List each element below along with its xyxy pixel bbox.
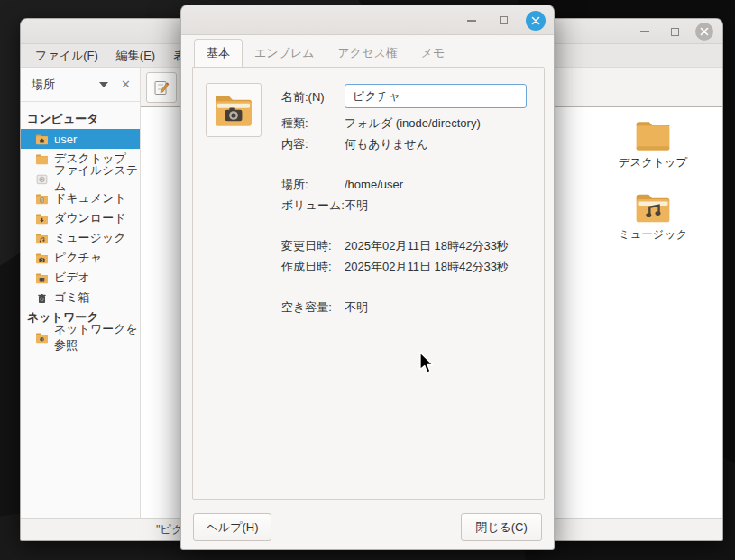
sidebar-item-label: ゴミ箱 bbox=[54, 289, 90, 306]
dialog-tabs: 基本エンブレムアクセス権メモ bbox=[194, 41, 456, 68]
modified-value: 2025年02月11日 18時42分33秒 bbox=[345, 235, 509, 256]
sidebar-item-label: ネットワークを参照 bbox=[54, 321, 140, 353]
maximize-icon bbox=[500, 16, 508, 24]
close-icon bbox=[531, 16, 540, 25]
free-space-label: 空き容量: bbox=[281, 297, 345, 317]
help-button[interactable]: ヘルプ(H) bbox=[193, 513, 271, 541]
volume-label: ボリューム: bbox=[281, 195, 345, 216]
type-label: 種類: bbox=[281, 113, 345, 133]
close-icon bbox=[700, 27, 709, 36]
free-space-value: 不明 bbox=[345, 297, 368, 317]
path-edit-button[interactable] bbox=[146, 72, 177, 103]
sidebar-item-videos[interactable]: ビデオ bbox=[21, 268, 140, 288]
tab-permissions[interactable]: アクセス権 bbox=[326, 40, 409, 68]
property-row-modified: 変更日時:2025年02月11日 18時42分33秒 bbox=[281, 235, 538, 256]
sidebar-item-music[interactable]: ミュージック bbox=[21, 228, 140, 248]
created-label: 作成日時: bbox=[281, 256, 345, 277]
tab-notes[interactable]: メモ bbox=[409, 40, 457, 68]
file-icon-desktop[interactable]: デスクトップ bbox=[612, 118, 694, 170]
downloads-folder-icon bbox=[35, 213, 49, 225]
volume-value: 不明 bbox=[345, 195, 368, 216]
dialog-minimize-button[interactable] bbox=[463, 12, 481, 30]
pencil-icon bbox=[152, 78, 170, 96]
location-value: /home/user bbox=[345, 174, 403, 195]
name-input[interactable] bbox=[345, 84, 527, 108]
property-row-free-space: 空き容量:不明 bbox=[281, 297, 538, 317]
chevron-down-icon[interactable] bbox=[99, 82, 108, 87]
dialog-folder-icon bbox=[206, 83, 262, 137]
places-header-label: 場所 bbox=[32, 77, 99, 93]
music-folder-icon bbox=[35, 233, 49, 244]
mouse-cursor bbox=[418, 352, 436, 376]
minimize-icon bbox=[640, 31, 649, 32]
sidebar-item-filesystem[interactable]: ファイルシステム bbox=[21, 169, 140, 188]
menu-edit[interactable]: 編集(E) bbox=[107, 45, 164, 67]
sidebar-item-trash[interactable]: ゴミ箱 bbox=[21, 288, 140, 308]
created-value: 2025年02月11日 18時42分33秒 bbox=[345, 256, 509, 277]
sidebar-item-label: ビデオ bbox=[54, 270, 90, 286]
property-group: 空き容量:不明 bbox=[281, 297, 538, 317]
fm-close-button[interactable] bbox=[695, 23, 713, 41]
property-row-location: 場所:/home/user bbox=[281, 174, 538, 195]
sidebar-item-label: user bbox=[54, 133, 77, 146]
drive-icon bbox=[35, 173, 49, 185]
fm-minimize-button[interactable] bbox=[636, 23, 654, 41]
dialog-maximize-button[interactable] bbox=[494, 12, 512, 30]
type-value: フォルダ (inode/directory) bbox=[345, 113, 481, 133]
trash-icon bbox=[35, 292, 49, 304]
basic-tab-panel: 名前:(N) 種類:フォルダ (inode/directory)内容:何もありま… bbox=[192, 67, 545, 500]
documents-folder-icon bbox=[35, 193, 49, 205]
menu-file[interactable]: ファイル(F) bbox=[26, 45, 107, 67]
sidebar-item-label: ドキュメント bbox=[54, 190, 126, 207]
sidebar-item-label: ダウンロード bbox=[54, 210, 126, 226]
contents-label: 内容: bbox=[281, 133, 345, 154]
folder-icon bbox=[35, 153, 49, 165]
sidebar-item-pictures[interactable]: ピクチャ bbox=[21, 248, 140, 268]
home-folder-icon bbox=[35, 133, 49, 145]
file-manager-sidebar: 場所 ✕ コンピュータuserデスクトップファイルシステムドキュメントダウンロー… bbox=[21, 68, 141, 518]
property-group: 場所:/home/userボリューム:不明 bbox=[281, 174, 538, 216]
contents-value: 何もありません bbox=[345, 133, 428, 154]
status-text: "ピク bbox=[156, 522, 183, 537]
sidebar-section-label: コンピュータ bbox=[27, 111, 99, 127]
sidebar-section-computer[interactable]: コンピュータ bbox=[21, 109, 140, 129]
desktop-background: ファイル(F)編集(E)表示(V) 場所 ✕ コンピュータuserデスクトップフ… bbox=[0, 0, 735, 560]
videos-folder-icon bbox=[35, 272, 49, 284]
properties-list: 種類:フォルダ (inode/directory)内容:何もありません場所:/h… bbox=[281, 113, 538, 337]
sidebar-item-label: ピクチャ bbox=[54, 250, 102, 266]
property-group: 種類:フォルダ (inode/directory)内容:何もありません bbox=[281, 113, 538, 154]
property-row-created: 作成日時:2025年02月11日 18時42分33秒 bbox=[281, 256, 538, 277]
folder-plain-icon bbox=[634, 118, 672, 152]
minimize-icon bbox=[467, 20, 476, 22]
file-label: ミュージック bbox=[619, 227, 687, 243]
dialog-titlebar[interactable] bbox=[181, 5, 554, 35]
sidebar-item-user[interactable]: user bbox=[21, 129, 140, 149]
network-folder-icon bbox=[35, 332, 49, 344]
location-label: 場所: bbox=[281, 174, 345, 195]
close-button[interactable]: 閉じる(C) bbox=[461, 513, 542, 541]
places-header-row: 場所 ✕ bbox=[21, 68, 140, 102]
property-group: 変更日時:2025年02月11日 18時42分33秒作成日時:2025年02月1… bbox=[281, 235, 538, 277]
pictures-folder-open-icon bbox=[213, 92, 254, 128]
properties-dialog: 基本エンブレムアクセス権メモ 名前:(N) 種類:フォルダ (inode/dir… bbox=[180, 5, 555, 550]
property-row-volume: ボリューム:不明 bbox=[281, 195, 538, 216]
file-label: デスクトップ bbox=[619, 155, 688, 170]
sidebar-item-browse-network[interactable]: ネットワークを参照 bbox=[21, 327, 140, 347]
music-folder-open-icon bbox=[634, 190, 672, 225]
modified-label: 変更日時: bbox=[281, 235, 345, 256]
places-close-button[interactable]: ✕ bbox=[121, 78, 131, 91]
tab-basic[interactable]: 基本 bbox=[194, 39, 243, 69]
name-label: 名前:(N) bbox=[281, 89, 325, 106]
sidebar-item-documents[interactable]: ドキュメント bbox=[21, 188, 140, 208]
pictures-folder-icon bbox=[35, 252, 49, 264]
property-row-contents: 内容:何もありません bbox=[281, 133, 538, 154]
places-tree: コンピュータuserデスクトップファイルシステムドキュメントダウンロードミュージ… bbox=[21, 102, 140, 347]
sidebar-item-label: ミュージック bbox=[54, 230, 126, 246]
maximize-icon bbox=[671, 28, 679, 36]
file-icon-music[interactable]: ミュージック bbox=[612, 190, 694, 243]
property-row-type: 種類:フォルダ (inode/directory) bbox=[281, 113, 538, 133]
sidebar-item-downloads[interactable]: ダウンロード bbox=[21, 208, 140, 228]
tab-emblems[interactable]: エンブレム bbox=[243, 40, 326, 68]
fm-maximize-button[interactable] bbox=[666, 23, 684, 41]
dialog-close-button[interactable] bbox=[526, 11, 546, 31]
